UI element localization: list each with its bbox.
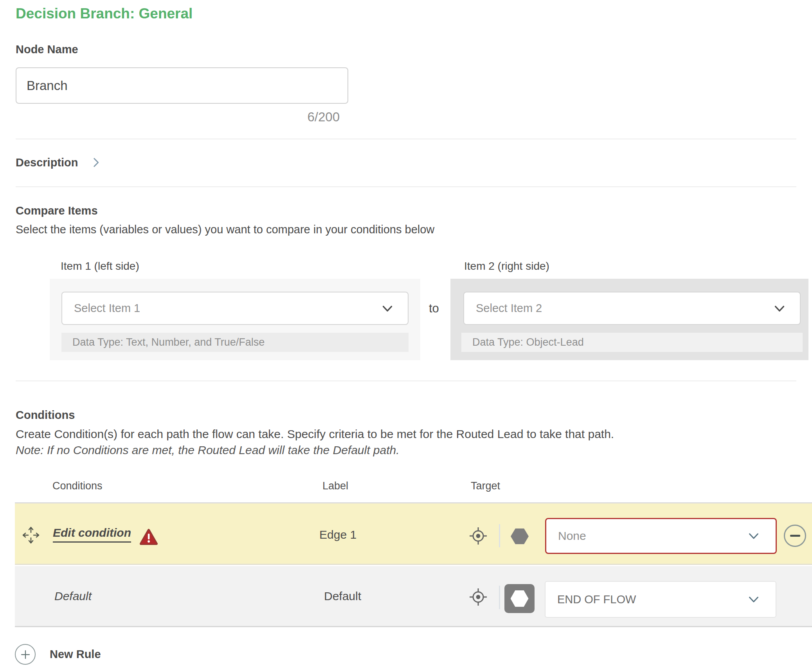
node-shape-hexagon-icon[interactable] (511, 529, 529, 544)
drag-handle-icon[interactable] (21, 525, 41, 545)
divider (16, 139, 796, 139)
conditions-heading: Conditions (16, 409, 75, 422)
description-toggle[interactable]: Description (16, 156, 103, 169)
divider (16, 186, 796, 187)
chevron-down-icon (747, 529, 761, 543)
item2-datatype-bar: Data Type: Object-Lead (461, 333, 803, 352)
row-label: Default (324, 590, 361, 603)
item2-label: Item 2 (right side) (464, 260, 549, 272)
item2-datatype-text: Data Type: Object-Lead (461, 336, 584, 348)
item1-select-placeholder: Select Item 1 (62, 302, 380, 315)
item1-datatype-bar: Data Type: Text, Number, and True/False (61, 333, 409, 352)
condition-row-default: Default Default END OF FLOW (15, 566, 812, 627)
minus-icon (790, 535, 800, 537)
item2-panel: Select Item 2 Data Type: Object-Lead (450, 279, 808, 360)
conditions-description: Create Condition(s) for each path the fl… (16, 427, 614, 441)
compare-items-heading: Compare Items (16, 204, 98, 217)
chevron-right-icon (89, 156, 103, 169)
item1-label: Item 1 (left side) (61, 260, 139, 272)
divider (16, 381, 796, 381)
compare-joiner-label: to (429, 301, 439, 316)
edit-condition-link[interactable]: Edit condition (53, 526, 131, 543)
node-name-input[interactable] (16, 67, 348, 104)
target-select-default[interactable]: END OF FLOW (545, 581, 776, 618)
chevron-down-icon (380, 301, 394, 316)
node-shape-selected-box[interactable] (504, 584, 535, 613)
char-counter: 6/200 (16, 110, 340, 124)
target-locate-icon[interactable] (469, 588, 488, 606)
item2-select[interactable]: Select Item 2 (463, 292, 801, 325)
new-rule-label: New Rule (50, 648, 101, 661)
page-title: Decision Branch: General (16, 5, 193, 22)
new-rule-button[interactable]: New Rule (15, 644, 101, 665)
row-condition-text: Default (54, 590, 92, 603)
column-header-label: Label (322, 480, 348, 492)
decision-branch-panel: Decision Branch: General Node Name 6/200… (0, 0, 812, 671)
column-header-target: Target (471, 480, 500, 492)
compare-items-subtitle: Select the items (variables or values) y… (16, 223, 434, 236)
node-name-label: Node Name (16, 43, 78, 56)
condition-row-edge1: Edit condition Edge 1 None (15, 502, 812, 565)
warning-icon (139, 528, 158, 546)
target-select-value: None (546, 529, 747, 543)
item2-select-placeholder: Select Item 2 (464, 302, 772, 315)
conditions-note: Note: If no Conditions are met, the Rout… (16, 444, 400, 457)
column-header-conditions: Conditions (52, 480, 103, 492)
item1-panel: Select Item 1 Data Type: Text, Number, a… (50, 279, 420, 360)
item1-datatype-text: Data Type: Text, Number, and True/False (61, 336, 265, 348)
row-label: Edge 1 (319, 528, 356, 541)
plus-icon (15, 644, 36, 665)
chevron-down-icon (747, 592, 761, 606)
item1-select[interactable]: Select Item 1 (61, 292, 409, 325)
chevron-down-icon (772, 301, 787, 316)
description-label: Description (16, 156, 78, 169)
target-select-edge1[interactable]: None (545, 518, 777, 554)
remove-rule-button[interactable] (784, 525, 806, 547)
target-locate-icon[interactable] (469, 527, 488, 545)
vertical-divider (499, 524, 500, 547)
target-select-value: END OF FLOW (546, 593, 747, 606)
node-shape-hexagon-icon (511, 590, 529, 607)
vertical-divider (499, 586, 500, 609)
